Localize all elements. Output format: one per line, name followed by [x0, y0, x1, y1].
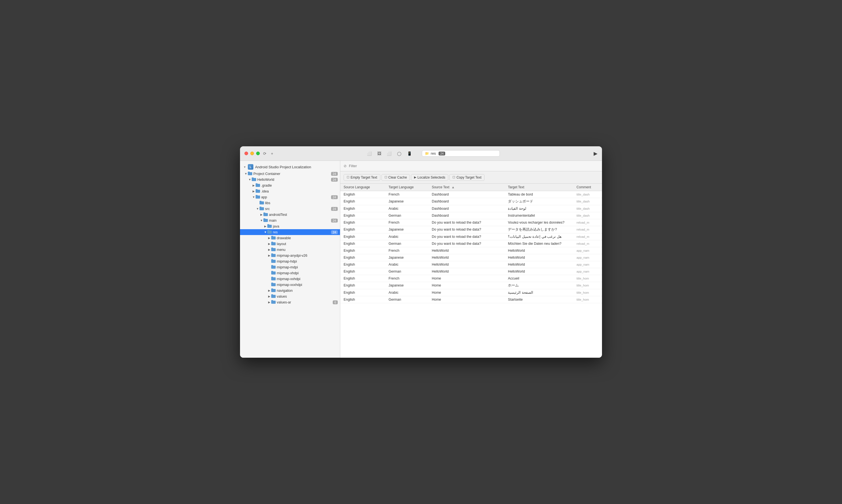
- empty-target-text-button[interactable]: ☐ Empty Target Text: [344, 174, 380, 181]
- target-text-input[interactable]: [508, 249, 570, 253]
- tree-item-main[interactable]: ▼main24: [240, 217, 340, 223]
- minimize-button[interactable]: [250, 151, 254, 155]
- target-text-cell[interactable]: [504, 254, 573, 261]
- screen-icon[interactable]: ⬜: [387, 151, 392, 156]
- tree-item-androidtest[interactable]: ▶androidTest: [240, 212, 340, 217]
- tree-item-libs[interactable]: libs: [240, 200, 340, 206]
- target-text-input[interactable]: [508, 284, 570, 288]
- target-text-cell[interactable]: [504, 205, 573, 212]
- copy-target-label: Copy Target Text: [457, 176, 481, 179]
- table-row[interactable]: EnglishFrenchDashboardtitle_dash: [340, 191, 602, 198]
- target-text-cell[interactable]: [504, 261, 573, 268]
- tree-item-layout[interactable]: ▶layout: [240, 241, 340, 247]
- tree-item-drawable[interactable]: ▶drawable: [240, 235, 340, 241]
- tree-item-values-ar[interactable]: ▶values-ar6: [240, 299, 340, 305]
- target-text-cell[interactable]: [504, 282, 573, 289]
- target-text-input[interactable]: [508, 276, 570, 281]
- tree-item-idea[interactable]: ▶.idea: [240, 188, 340, 194]
- table-row[interactable]: EnglishArabicHometitle_hom: [340, 289, 602, 296]
- maximize-button[interactable]: [256, 151, 260, 155]
- tree-item-mipmap-xxxhdpi[interactable]: mipmap-xxxhdpi: [240, 282, 340, 288]
- target-text-cell[interactable]: [504, 219, 573, 226]
- titlebar: ⟳ + ⬜ 🖼 ⬜ ◯ 📱 📁 res 24 ▶: [240, 146, 602, 161]
- svg-rect-45: [271, 300, 273, 301]
- table-row[interactable]: EnglishGermanDo you want to reload the d…: [340, 240, 602, 247]
- target-text-cell[interactable]: [504, 212, 573, 219]
- target-text-cell[interactable]: [504, 268, 573, 275]
- refresh-icon[interactable]: ⟳: [263, 151, 267, 156]
- target-text-input[interactable]: [508, 220, 570, 224]
- target-text-cell[interactable]: [504, 247, 573, 254]
- target-text-input[interactable]: [508, 298, 570, 302]
- tree-item-res[interactable]: ▼res24: [240, 229, 340, 235]
- table-row[interactable]: EnglishGermanHelloWorldapp_nam: [340, 268, 602, 275]
- target-text-input[interactable]: [508, 291, 570, 294]
- target-lang-cell: Japanese: [385, 282, 429, 289]
- target-text-cell[interactable]: [504, 191, 573, 198]
- tree-item-mipmap-xhdpi[interactable]: mipmap-xhdpi: [240, 270, 340, 276]
- table-row[interactable]: EnglishArabicDo you want to reload the d…: [340, 233, 602, 240]
- table-row[interactable]: EnglishArabicDashboardtitle_dash: [340, 205, 602, 212]
- svg-rect-9: [256, 195, 258, 196]
- circle-icon[interactable]: ◯: [397, 151, 401, 156]
- phone-icon[interactable]: 📱: [407, 151, 412, 156]
- target-text-input[interactable]: [508, 214, 570, 217]
- tree-item-mipmap-mdpi[interactable]: mipmap-mdpi: [240, 264, 340, 270]
- tree-item-label: HelloWorld: [257, 178, 331, 182]
- target-text-input[interactable]: [508, 256, 570, 259]
- target-text-cell[interactable]: [504, 233, 573, 240]
- sidebar-header[interactable]: ▼ L Android Studio Project Localization: [240, 163, 340, 171]
- target-text-cell[interactable]: [504, 240, 573, 247]
- table-row[interactable]: EnglishJapaneseDashboardtitle_dash: [340, 198, 602, 205]
- tree-item-navigation[interactable]: ▶navigation: [240, 288, 340, 293]
- clear-cache-button[interactable]: ☐ Clear Cache: [381, 174, 410, 181]
- table-row[interactable]: EnglishFrenchHometitle_hom: [340, 275, 602, 282]
- tree-item-values[interactable]: ▶values: [240, 293, 340, 299]
- target-text-input[interactable]: [508, 228, 570, 232]
- tree-item-mipmap-anydpi-v26[interactable]: ▶mipmap-anydpi-v26: [240, 253, 340, 258]
- tree-item-java[interactable]: ▶java: [240, 223, 340, 229]
- text-icon[interactable]: ⬜: [367, 151, 372, 156]
- close-button[interactable]: [244, 151, 248, 155]
- tree-item-app[interactable]: ▼app24: [240, 194, 340, 200]
- target-text-input[interactable]: [508, 242, 570, 246]
- filter-input[interactable]: [349, 164, 599, 168]
- table-row[interactable]: EnglishJapaneseDo you want to reload the…: [340, 226, 602, 233]
- table-row[interactable]: EnglishFrenchHelloWorldapp_nam: [340, 247, 602, 254]
- table-row[interactable]: EnglishGermanDashboardtitle_dash: [340, 212, 602, 219]
- tree-item-mipmap-hdpi[interactable]: mipmap-hdpi: [240, 258, 340, 264]
- tree-item-src[interactable]: ▼src24: [240, 206, 340, 212]
- tree-item-mipmap-xxhdpi[interactable]: mipmap-xxhdpi: [240, 276, 340, 282]
- run-button[interactable]: ▶: [594, 150, 598, 157]
- table-row[interactable]: EnglishJapaneseHometitle_hom: [340, 282, 602, 289]
- target-text-cell[interactable]: [504, 275, 573, 282]
- col-source-text[interactable]: Source Text ▲: [429, 184, 505, 191]
- tree-item-gradle[interactable]: ▶.gradle: [240, 182, 340, 188]
- svg-rect-19: [267, 224, 269, 225]
- target-text-input[interactable]: [508, 193, 570, 196]
- target-text-input[interactable]: [508, 263, 570, 267]
- source-lang-cell: English: [340, 247, 385, 254]
- table-row[interactable]: EnglishFrenchDo you want to reload the d…: [340, 219, 602, 226]
- tree-item-menu[interactable]: ▶menu: [240, 247, 340, 253]
- image-icon[interactable]: 🖼: [377, 151, 381, 156]
- target-text-input[interactable]: [508, 207, 570, 211]
- add-icon[interactable]: +: [271, 151, 273, 156]
- tree-item-helloworld[interactable]: ▼HelloWorld24: [240, 177, 340, 182]
- localize-selecteds-button[interactable]: ▶ Localize Selecteds: [411, 174, 448, 181]
- table-header: Source Language Target Language Source T…: [340, 184, 602, 191]
- copy-target-text-button[interactable]: ☐ Copy Target Text: [449, 174, 484, 181]
- table-row[interactable]: EnglishJapaneseHelloWorldapp_nam: [340, 254, 602, 261]
- app-logo-text: L: [250, 165, 252, 168]
- table-row[interactable]: EnglishArabicHelloWorldapp_nam: [340, 261, 602, 268]
- target-text-cell[interactable]: [504, 296, 573, 303]
- tree-item-project-container[interactable]: ▼Project Container24: [240, 171, 340, 177]
- table-row[interactable]: EnglishGermanHometitle_hom: [340, 296, 602, 303]
- target-text-cell[interactable]: [504, 226, 573, 233]
- target-text-input[interactable]: [508, 270, 570, 273]
- target-text-cell[interactable]: [504, 198, 573, 205]
- target-text-input[interactable]: [508, 235, 570, 239]
- target-text-input[interactable]: [508, 200, 570, 203]
- tree-item-label: menu: [277, 248, 340, 252]
- target-text-cell[interactable]: [504, 289, 573, 296]
